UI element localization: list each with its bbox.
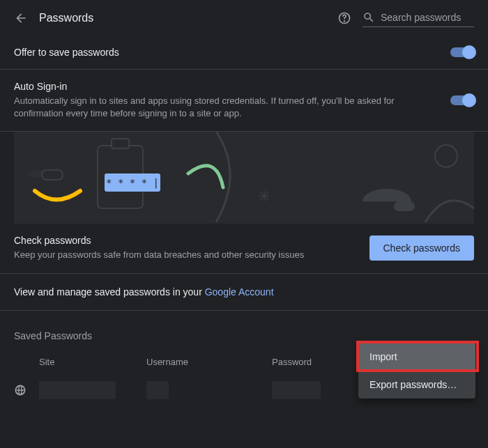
check-title: Check passwords — [14, 235, 358, 246]
menu-import[interactable]: Import — [358, 343, 475, 371]
offer-save-title: Offer to save passwords — [14, 47, 439, 58]
illustration: * * * * | ✳ — [14, 132, 474, 224]
svg-rect-4 — [112, 139, 129, 148]
svg-rect-8 — [394, 201, 415, 211]
svg-point-1 — [344, 20, 345, 21]
saved-passwords-label: Saved Passwords — [14, 330, 474, 341]
auto-signin-description: Automatically sign in to sites and apps … — [14, 95, 439, 120]
menu-export[interactable]: Export passwords… — [358, 371, 475, 399]
svg-point-9 — [435, 145, 457, 167]
auto-signin-title: Auto Sign-in — [14, 81, 439, 92]
svg-text:✳: ✳ — [258, 187, 270, 205]
site-value — [39, 381, 116, 399]
search-field[interactable] — [363, 8, 474, 27]
offer-save-section: Offer to save passwords — [0, 36, 488, 70]
column-site: Site — [14, 357, 146, 367]
username-value — [146, 381, 169, 399]
back-icon[interactable] — [14, 11, 28, 25]
offer-save-toggle[interactable] — [450, 47, 474, 57]
help-icon[interactable] — [337, 11, 351, 25]
page-title: Passwords — [39, 12, 93, 24]
header: Passwords — [0, 0, 488, 36]
check-passwords-section: * * * * | ✳ Check passwords Keep your pa… — [0, 132, 488, 273]
overflow-menu: Import Export passwords… — [358, 343, 475, 399]
svg-rect-2 — [42, 170, 63, 180]
password-value — [272, 381, 321, 399]
column-username: Username — [146, 357, 272, 367]
auto-signin-toggle[interactable] — [450, 95, 474, 105]
search-input[interactable] — [381, 12, 471, 23]
svg-text:* * * * |: * * * * | — [106, 177, 159, 189]
google-account-link[interactable]: Google Account — [205, 286, 274, 298]
manage-prefix: View and manage saved passwords in your — [14, 286, 205, 298]
check-passwords-button[interactable]: Check passwords — [369, 235, 475, 261]
manage-link-section: View and manage saved passwords in your … — [0, 274, 488, 311]
check-description: Keep your passwords safe from data breac… — [14, 249, 358, 261]
auto-signin-section: Auto Sign-in Automatically sign in to si… — [0, 70, 488, 132]
globe-icon — [14, 384, 39, 396]
search-icon — [363, 11, 375, 24]
